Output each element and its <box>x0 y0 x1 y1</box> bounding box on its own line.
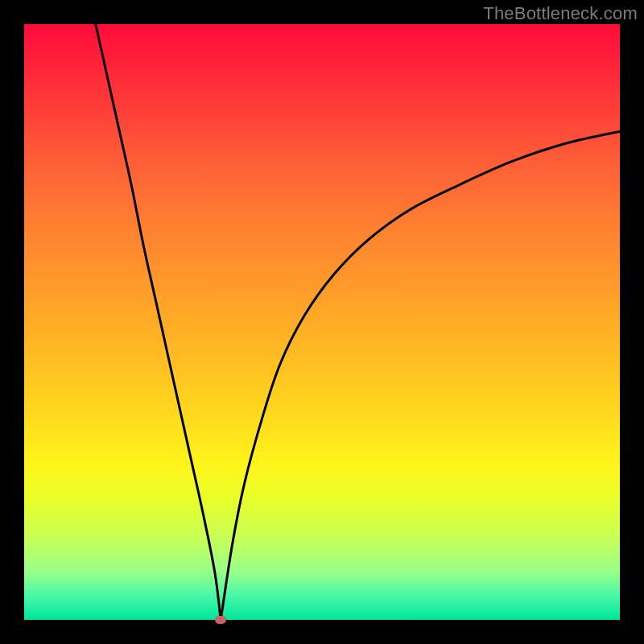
chart-frame: TheBottleneck.com <box>0 0 644 644</box>
watermark-text: TheBottleneck.com <box>483 3 638 24</box>
plot-area <box>24 24 620 620</box>
minimum-marker <box>215 616 226 624</box>
right-branch-curve <box>221 131 620 620</box>
left-branch-curve <box>96 24 221 620</box>
chart-curves <box>24 24 620 620</box>
